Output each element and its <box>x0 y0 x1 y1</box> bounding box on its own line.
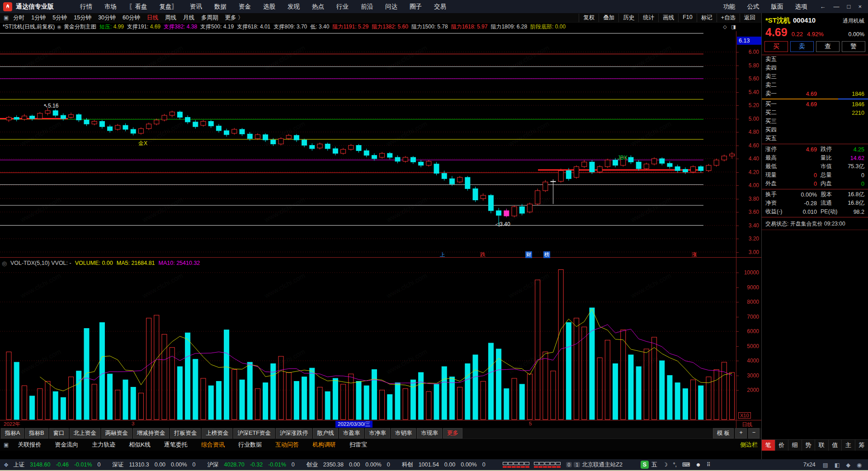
grid-icon[interactable]: ⠿ <box>707 462 711 468</box>
info-tab-扫雷宝[interactable]: 扫雷宝 <box>345 439 372 450</box>
menu-item-问达[interactable]: 问达 <box>385 3 397 11</box>
input-method-icon[interactable]: S <box>641 461 649 469</box>
period-tab-60分钟[interactable]: 60分钟 <box>123 14 140 22</box>
alert-button[interactable]: 警 <box>842 41 865 52</box>
query-button[interactable]: 查 <box>816 41 840 52</box>
menu-item-圈子[interactable]: 圈子 <box>410 3 422 11</box>
indicator-tab-散户线[interactable]: 散户线 <box>313 428 338 438</box>
industry-label[interactable]: 通用机械 <box>843 17 864 25</box>
restore-icon[interactable]: □ <box>847 3 851 10</box>
bid-row[interactable]: 买一4.691846 <box>762 100 868 108</box>
indicator-tab-more[interactable]: 更多 <box>443 428 462 438</box>
power-icon[interactable]: ◉ <box>857 462 862 468</box>
indicator-tab-市销率[interactable]: 市销率 <box>391 428 416 438</box>
event-marker[interactable]: 上 <box>440 251 445 258</box>
chart-action-历史[interactable]: 历史 <box>618 14 638 22</box>
ask-row[interactable]: 卖四 <box>762 64 868 72</box>
info-tab-逐笔委托[interactable]: 逐笔委托 <box>160 439 192 450</box>
quote-tab-筹[interactable]: 筹 <box>855 440 868 451</box>
menu-item-选股[interactable]: 选股 <box>263 3 275 11</box>
back-icon[interactable]: ← <box>820 3 826 10</box>
zoom-out-button[interactable]: − <box>748 428 760 438</box>
menu-item-数据[interactable]: 数据 <box>214 3 226 11</box>
indicator-tab-两融资金[interactable]: 两融资金 <box>101 428 132 438</box>
menu-item-〖看盘[interactable]: 〖看盘 <box>129 3 147 11</box>
quote-tab-势[interactable]: 势 <box>802 440 816 451</box>
menu-item-功能[interactable]: 功能 <box>723 3 736 11</box>
menu-item-选项[interactable]: 选项 <box>795 3 807 11</box>
info-tab-关联报价[interactable]: 关联报价 <box>13 439 46 450</box>
ask-row[interactable]: 卖一4.691846 <box>762 89 868 98</box>
user-icon[interactable]: ☻ <box>695 462 701 468</box>
indicator-tab-上榜资金[interactable]: 上榜资金 <box>202 428 232 438</box>
indicator-name[interactable]: 黄金分割主图 <box>64 23 96 31</box>
info-tab-行业数据[interactable]: 行业数据 <box>234 439 266 450</box>
menu-item-发现[interactable]: 发现 <box>288 3 300 11</box>
event-marker[interactable]: 涨 <box>692 251 697 258</box>
sell-button[interactable]: 卖 <box>790 41 814 52</box>
wubi-label[interactable]: 五 <box>651 461 657 469</box>
menu-item-行业[interactable]: 行业 <box>336 3 349 11</box>
indicator-tab-指标B[interactable]: 指标B <box>25 428 48 438</box>
chart-action-叠加[interactable]: 叠加 <box>599 14 618 22</box>
night-mode-icon[interactable]: ☽ <box>663 462 668 468</box>
menu-item-热点[interactable]: 热点 <box>312 3 324 11</box>
menu-item-资金[interactable]: 资金 <box>239 3 251 11</box>
split-view-icon[interactable]: ◨ <box>731 24 736 30</box>
bid-row[interactable]: 买四 <box>762 126 868 134</box>
period-tab-15分钟[interactable]: 15分钟 <box>74 14 91 22</box>
index-quote-创业[interactable]: 创业2350.380.000.00%0 <box>307 461 390 469</box>
period-tab-日线[interactable]: 日线 <box>147 14 158 22</box>
info-tab-相似K线[interactable]: 相似K线 <box>124 439 155 450</box>
chart-area[interactable]: ◎VOL-TDX(5,10) VVOL: -VOLUME: 0.00MA5: 2… <box>0 31 761 428</box>
ask-row[interactable]: 卖三 <box>762 72 868 81</box>
info-tab-资金流向[interactable]: 资金流向 <box>50 439 83 450</box>
volume-chart[interactable] <box>0 268 736 420</box>
indicator-tab-市净率[interactable]: 市净率 <box>365 428 390 438</box>
market-heatmap-icon[interactable] <box>503 462 561 468</box>
period-tab-5分钟[interactable]: 5分钟 <box>52 14 67 22</box>
candlestick-chart[interactable] <box>0 31 736 257</box>
menu-item-行情[interactable]: 行情 <box>80 3 92 11</box>
collapse-indicator-icon[interactable]: ◎ <box>2 260 7 267</box>
chart-action-返回[interactable]: 返回 <box>740 14 760 22</box>
panel-toggle-icon[interactable]: ▣ <box>4 442 9 448</box>
period-tab-分时[interactable]: 分时 <box>13 14 24 22</box>
bid-row[interactable]: 买五 <box>762 134 868 143</box>
chart-action-标记[interactable]: 标记 <box>697 14 717 22</box>
info-tab-机构调研[interactable]: 机构调研 <box>308 439 340 450</box>
index-quote-上证[interactable]: 上证3148.60-0.46-0.01%0 <box>13 461 100 469</box>
quote-tab-值[interactable]: 值 <box>829 440 842 451</box>
menu-item-复盘〗[interactable]: 复盘〗 <box>160 3 178 11</box>
punctuation-icon[interactable]: °, <box>673 462 677 468</box>
index-quote-沪深[interactable]: 沪深4028.70-0.32-0.01%0 <box>207 461 294 469</box>
index-quote-科创[interactable]: 科创1001.540.000.00%0 <box>402 461 486 469</box>
quote-tab-联[interactable]: 联 <box>815 440 829 451</box>
indicator-tab-沪深涨跌停[interactable]: 沪深涨跌停 <box>276 428 312 438</box>
period-tab-周线[interactable]: 周线 <box>165 14 176 22</box>
period-tab-30分钟[interactable]: 30分钟 <box>98 14 116 22</box>
index-quote-深证[interactable]: 深证11310.30.000.00%0 <box>112 461 195 469</box>
chart-action-+自选[interactable]: +自选 <box>717 14 740 22</box>
event-marker[interactable]: 榜 <box>543 251 550 258</box>
indicator-tab-北上资金[interactable]: 北上资金 <box>70 428 100 438</box>
info-tab-互动问答[interactable]: 互动问答 <box>271 439 303 450</box>
indicator-tab-打板资金[interactable]: 打板资金 <box>170 428 201 438</box>
server-name[interactable]: 北京联通主站Z2 <box>582 461 623 469</box>
bid-row[interactable]: 买二2210 <box>762 108 868 117</box>
period-tab-月线[interactable]: 月线 <box>183 14 194 22</box>
info-tab-主力轨迹[interactable]: 主力轨迹 <box>87 439 120 450</box>
period-tab-多周期[interactable]: 多周期 <box>201 14 218 22</box>
quote-tab-主[interactable]: 主 <box>842 440 855 451</box>
menu-item-资讯[interactable]: 资讯 <box>190 3 202 11</box>
chart-action-复权[interactable]: 复权 <box>579 14 599 22</box>
ask-row[interactable]: 卖五 <box>762 55 868 64</box>
diamond-marker-icon[interactable]: ◇ <box>723 24 726 30</box>
menu-item-公式[interactable]: 公式 <box>747 3 760 11</box>
event-marker[interactable]: 财 <box>525 251 532 258</box>
chart-action-统计[interactable]: 统计 <box>638 14 658 22</box>
ask-row[interactable]: 卖二 <box>762 81 868 89</box>
minimize-icon[interactable]: — <box>834 3 840 10</box>
event-marker[interactable]: 跌 <box>480 251 486 258</box>
bid-row[interactable]: 买三 <box>762 117 868 126</box>
